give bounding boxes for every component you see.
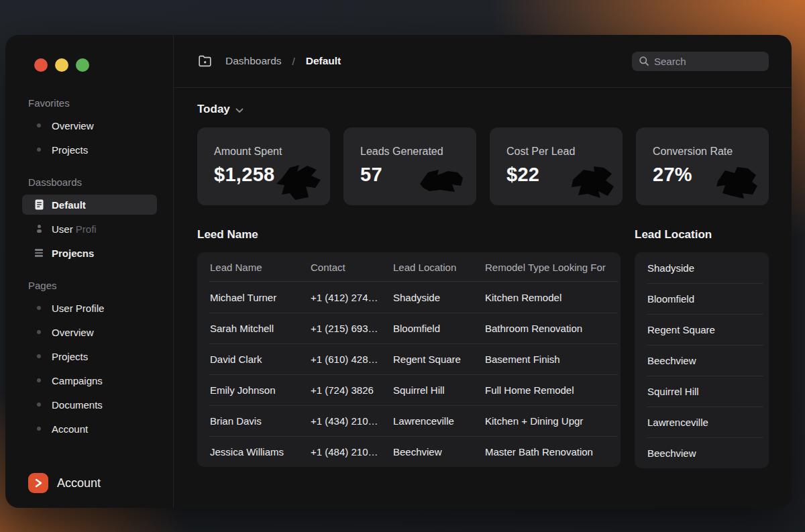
contact-cell: +1 (412) 274… xyxy=(311,292,393,303)
lead-location-section: Lead Location Shadyside Bloomfield Regen… xyxy=(635,228,769,468)
sidebar-item-campaigns[interactable]: Campaigns xyxy=(5,368,173,392)
contact-cell: +1 (724) 3826 xyxy=(311,384,393,396)
bullet-icon xyxy=(34,148,44,152)
sidebar-item-projects-dashboard[interactable]: Projecns xyxy=(5,241,173,265)
list-item[interactable]: Squirrel Hill xyxy=(635,376,769,407)
bullet-icon xyxy=(34,123,44,127)
account-logo-icon xyxy=(28,473,48,493)
leads-table-title: Leed Name xyxy=(197,228,621,242)
sidebar-item-user-profile[interactable]: User Profile xyxy=(5,296,173,320)
contact-cell: +1 (484) 210… xyxy=(311,446,393,458)
document-icon xyxy=(34,199,44,210)
list-item[interactable]: Shadyside xyxy=(635,252,769,283)
column-header: Lead Name xyxy=(210,262,311,273)
sidebar-item-overview-pages[interactable]: Overview xyxy=(5,320,173,344)
search-input[interactable] xyxy=(654,56,762,67)
main-area: Dashboards / Default Today xyxy=(174,35,792,508)
contact-cell: +1 (215) 693… xyxy=(311,323,393,334)
lead-name-cell: David Clark xyxy=(210,354,311,365)
sidebar-item-label: Campaigns xyxy=(52,375,103,386)
list-icon xyxy=(34,249,44,256)
remodel-type-cell: Kitchen + Dining Upgr xyxy=(485,415,621,427)
table-row[interactable]: Emily Johnson +1 (724) 3826 Squirrel Hil… xyxy=(197,374,621,405)
search-icon xyxy=(639,56,649,66)
sidebar-item-label: Projecns xyxy=(52,248,94,259)
lead-location-list: Shadyside Bloomfield Regent Square Beech… xyxy=(635,252,769,468)
stat-card-conversion-rate: Conversion Rate 27% xyxy=(636,127,769,205)
sidebar: Favorites Overview Projects Dassboards D… xyxy=(5,35,174,508)
bullet-icon xyxy=(34,378,44,382)
lead-location-cell: Beechview xyxy=(393,446,485,458)
dashboard-content: Today Amount Spent $1,258 Leads Generate… xyxy=(174,88,792,508)
sidebar-item-account[interactable]: Account xyxy=(5,417,173,441)
bullet-icon xyxy=(34,427,44,431)
list-item[interactable]: Beechview xyxy=(635,345,769,376)
account-footer[interactable]: Account xyxy=(28,473,101,493)
lead-name-cell: Brian Davis xyxy=(210,415,311,427)
favorites-section-label: Favorites xyxy=(5,97,173,109)
breadcrumb-parent[interactable]: Dashboards xyxy=(225,55,282,67)
chevron-down-icon xyxy=(235,108,244,113)
column-header: Lead Location xyxy=(393,262,485,273)
redaction-scribble xyxy=(419,166,464,195)
desktop-background: Favorites Overview Projects Dassboards D… xyxy=(0,0,805,532)
lead-location-cell: Lawrenceville xyxy=(393,415,485,427)
table-row[interactable]: David Clark +1 (610) 428… Regent Square … xyxy=(197,343,621,374)
lead-name-cell: Michael Turner xyxy=(210,292,311,303)
table-row[interactable]: Michael Turner +1 (412) 274… Shadyside K… xyxy=(197,282,621,313)
stat-card-leads-generated: Leads Generated 57 xyxy=(343,127,476,205)
list-item[interactable]: Bloomfield xyxy=(635,283,769,314)
lead-name-cell: Emily Johnson xyxy=(210,384,311,396)
selected-item-highlight: Default xyxy=(22,195,157,215)
sidebar-item-label: Projects xyxy=(52,144,88,156)
stat-card-amount-spent: Amount Spent $1,258 xyxy=(197,127,330,205)
list-item[interactable]: Beechview xyxy=(635,437,769,468)
sidebar-item-label: Overview xyxy=(52,327,94,338)
sidebar-item-label: Documents xyxy=(52,399,103,411)
person-icon xyxy=(34,225,44,233)
lead-location-cell: Bloomfield xyxy=(393,323,485,334)
redaction-scribble xyxy=(275,162,323,203)
stats-row: Amount Spent $1,258 Leads Generated 57 C… xyxy=(197,127,769,205)
sidebar-item-documents[interactable]: Documents xyxy=(5,392,173,417)
close-window-button[interactable] xyxy=(34,58,48,72)
sidebar-item-label: Overview xyxy=(52,120,94,131)
sidebar-item-label: User Profi xyxy=(52,223,97,235)
bottom-row: Leed Name Lead Name Contact Lead Locatio… xyxy=(197,228,769,468)
sidebar-item-default[interactable]: Default xyxy=(5,193,173,217)
lead-location-cell: Shadyside xyxy=(393,292,485,303)
leads-table-section: Leed Name Lead Name Contact Lead Locatio… xyxy=(197,228,621,468)
window-controls xyxy=(5,35,173,72)
lead-location-cell: Regent Square xyxy=(393,354,485,365)
search-box[interactable] xyxy=(632,52,769,71)
sidebar-item-label: Projects xyxy=(52,351,88,362)
table-header-row: Lead Name Contact Lead Location Remodel … xyxy=(197,252,621,282)
remodel-type-cell: Master Bath Renovation xyxy=(485,446,621,458)
sidebar-item-user-profile-dashboard[interactable]: User Profi xyxy=(5,217,173,241)
remodel-type-cell: Bathroom Renovation xyxy=(485,323,621,334)
list-item[interactable]: Lawrenceville xyxy=(635,407,769,437)
column-header: Remodel Type Looking For xyxy=(485,262,621,273)
table-row[interactable]: Brian Davis +1 (434) 210… Lawrenceville … xyxy=(197,405,621,436)
breadcrumb-separator: / xyxy=(292,56,295,67)
minimize-window-button[interactable] xyxy=(55,58,68,72)
sidebar-item-projects-favorites[interactable]: Projects xyxy=(5,138,173,162)
leads-table: Lead Name Contact Lead Location Remodel … xyxy=(197,252,621,467)
sidebar-item-overview-favorites[interactable]: Overview xyxy=(5,113,173,138)
lead-location-title: Lead Location xyxy=(635,228,769,242)
sidebar-item-projects-pages[interactable]: Projects xyxy=(5,344,173,368)
period-selector[interactable]: Today xyxy=(197,103,769,116)
breadcrumb-current: Default xyxy=(306,55,341,67)
remodel-type-cell: Kitchen Remodel xyxy=(485,292,621,303)
sidebar-item-label: Account xyxy=(52,423,88,435)
redaction-scribble xyxy=(715,165,758,199)
table-row[interactable]: Jessica Williams +1 (484) 210… Beechview… xyxy=(197,436,621,467)
redaction-scribble xyxy=(570,165,614,199)
maximize-window-button[interactable] xyxy=(76,58,89,72)
stat-label: Leads Generated xyxy=(360,146,476,158)
table-row[interactable]: Sarah Mitchell +1 (215) 693… Bloomfield … xyxy=(197,313,621,343)
topbar: Dashboards / Default xyxy=(174,35,792,88)
column-header: Contact xyxy=(311,262,393,273)
dashboards-section-label: Dassboards xyxy=(5,176,173,189)
list-item[interactable]: Regent Square xyxy=(635,314,769,345)
